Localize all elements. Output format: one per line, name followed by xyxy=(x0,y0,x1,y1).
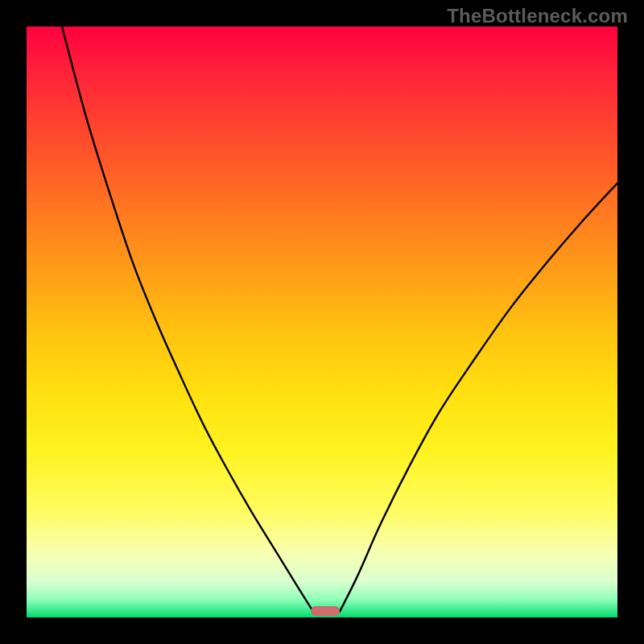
bottleneck-marker xyxy=(311,606,340,616)
right-curve xyxy=(340,184,617,612)
watermark-text: TheBottleneck.com xyxy=(447,5,628,27)
chart-curves xyxy=(27,27,617,617)
left-curve xyxy=(62,27,313,612)
